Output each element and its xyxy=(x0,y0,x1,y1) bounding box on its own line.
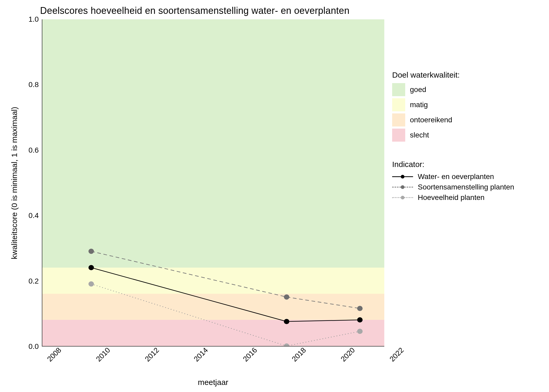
legend-label: matig xyxy=(410,101,428,109)
x-tick-label: 2018 xyxy=(290,346,308,364)
x-tick-label: 2016 xyxy=(241,346,259,364)
legend-line-solid-icon xyxy=(392,174,413,180)
legend-line-dashed-icon xyxy=(392,184,413,190)
legend-indicator-title: Indicator: xyxy=(392,160,544,169)
legend-item-series-0: Water- en oeverplanten xyxy=(392,172,544,181)
x-tick-label: 2014 xyxy=(192,346,210,364)
x-tick-label: 2010 xyxy=(94,346,112,364)
legend-label: goed xyxy=(410,85,426,94)
legend-item-ontoereikend: ontoereikend xyxy=(392,113,544,126)
legend-panel: Doel waterkwaliteit: goed matig ontoerei… xyxy=(384,5,544,387)
legend-item-series-1: Soortensamenstelling planten xyxy=(392,183,544,191)
legend-item-goed: goed xyxy=(392,83,544,96)
legend-line-dotted-icon xyxy=(392,194,413,201)
swatch-matig-icon xyxy=(392,98,405,111)
data-point xyxy=(88,265,94,270)
data-point xyxy=(357,317,363,322)
legend-indicator-block: Indicator: Water- en oeverplanten Soorte… xyxy=(392,160,544,202)
chart-container: Deelscores hoeveelheid en soortensamenst… xyxy=(5,5,544,387)
y-tick-label: 0.8 xyxy=(28,80,39,89)
plot-area xyxy=(42,19,384,347)
legend-label: Water- en oeverplanten xyxy=(418,172,494,181)
chart-title: Deelscores hoeveelheid en soortensamenst… xyxy=(5,5,384,16)
y-axis-title: kwaliteitscore (0 is minimaal, 1 is maxi… xyxy=(5,19,24,347)
data-point xyxy=(284,295,289,300)
swatch-slecht-icon xyxy=(392,129,405,142)
x-axis-ticks: 20082010201220142016201820202022 xyxy=(28,347,371,373)
data-point xyxy=(284,319,289,324)
x-tick-label: 2020 xyxy=(339,346,357,364)
x-tick-label: 2012 xyxy=(144,346,161,364)
y-tick-label: 0.4 xyxy=(28,211,39,220)
data-point xyxy=(357,329,363,334)
legend-label: slecht xyxy=(410,131,429,139)
y-tick-label: 0.2 xyxy=(28,277,39,285)
legend-label: ontoereikend xyxy=(410,116,452,124)
legend-quality-title: Doel waterkwaliteit: xyxy=(392,71,544,79)
plot-row: kwaliteitscore (0 is minimaal, 1 is maxi… xyxy=(5,19,384,347)
y-axis-ticks: 0.00.20.40.60.81.0 xyxy=(24,19,42,347)
legend-label: Soortensamenstelling planten xyxy=(418,183,514,191)
data-point xyxy=(88,249,94,254)
swatch-ontoereikend-icon xyxy=(392,113,405,126)
legend-item-slecht: slecht xyxy=(392,129,544,142)
legend-item-matig: matig xyxy=(392,98,544,111)
swatch-goed-icon xyxy=(392,83,405,96)
chart-panel: Deelscores hoeveelheid en soortensamenst… xyxy=(5,5,384,387)
legend-item-series-2: Hoeveelheid planten xyxy=(392,193,544,202)
data-point xyxy=(284,343,289,346)
data-point xyxy=(88,281,94,287)
legend-label: Hoeveelheid planten xyxy=(418,193,484,202)
points-layer xyxy=(42,19,384,346)
legend-quality-block: Doel waterkwaliteit: goed matig ontoerei… xyxy=(392,71,544,142)
data-point xyxy=(357,306,363,311)
y-tick-label: 0.6 xyxy=(28,146,39,154)
x-axis-title: meetjaar xyxy=(42,378,384,387)
x-tick-label: 2008 xyxy=(45,346,63,364)
y-tick-label: 1.0 xyxy=(28,15,39,24)
